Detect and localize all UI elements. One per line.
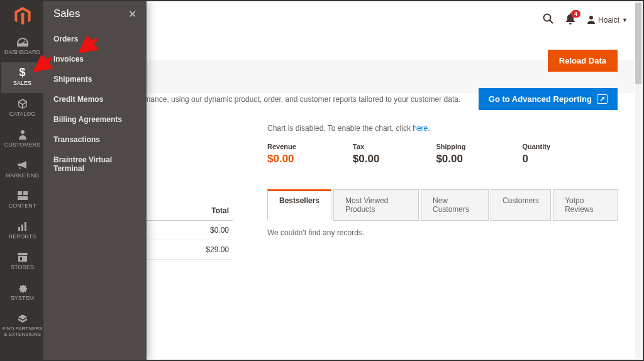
tab-new-customers[interactable]: New Customers bbox=[421, 189, 489, 221]
no-records-message: We couldn't find any records. bbox=[267, 228, 618, 237]
nav-label: MARKETING bbox=[6, 173, 40, 179]
svg-line-12 bbox=[35, 58, 52, 70]
tab-bestsellers[interactable]: Bestsellers bbox=[267, 189, 331, 221]
search-icon[interactable] bbox=[543, 13, 554, 28]
nav-label: REPORTS bbox=[9, 234, 36, 240]
nav-label: SALES bbox=[13, 81, 31, 87]
nav-catalog[interactable]: CATALOG bbox=[1, 93, 43, 124]
nav-content[interactable]: CONTENT bbox=[1, 185, 43, 216]
user-icon bbox=[587, 15, 596, 26]
nav-label: CUSTOMERS bbox=[4, 142, 40, 148]
magento-logo[interactable] bbox=[1, 1, 43, 31]
nav-system[interactable]: SYSTEM bbox=[1, 277, 43, 308]
svg-line-13 bbox=[80, 39, 97, 52]
metric-label: Shipping bbox=[436, 143, 465, 150]
tab-yotpo[interactable]: Yotpo Reviews bbox=[553, 189, 618, 221]
annotation-arrow-orders bbox=[75, 36, 101, 55]
submenu-billing-agreements[interactable]: Billing Agreements bbox=[43, 109, 147, 130]
cube-icon bbox=[16, 98, 29, 109]
svg-rect-3 bbox=[18, 191, 22, 195]
nav-label: SYSTEM bbox=[11, 296, 34, 302]
bars-icon bbox=[16, 221, 29, 232]
nav-customers[interactable]: CUSTOMERS bbox=[1, 124, 43, 155]
svg-line-1 bbox=[23, 41, 25, 43]
svg-point-9 bbox=[544, 14, 551, 21]
nav-label: CONTENT bbox=[9, 203, 36, 209]
blocks-icon bbox=[16, 190, 29, 201]
user-menu[interactable]: Hoaict ▼ bbox=[587, 15, 628, 26]
metric-value: 0 bbox=[522, 153, 550, 165]
enable-chart-link[interactable]: here bbox=[413, 124, 428, 133]
svg-rect-5 bbox=[18, 196, 28, 200]
chart-disabled-message: Chart is disabled. To enable the chart, … bbox=[267, 124, 618, 133]
metric-label: Quantity bbox=[522, 143, 550, 150]
submenu-shipments[interactable]: Shipments bbox=[43, 69, 147, 89]
nav-marketing[interactable]: MARKETING bbox=[1, 155, 43, 186]
chevron-down-icon: ▼ bbox=[622, 17, 628, 23]
partner-icon bbox=[16, 313, 29, 325]
notification-badge: 4 bbox=[571, 10, 580, 18]
metric-label: Revenue bbox=[267, 143, 296, 150]
metric-revenue: Revenue $0.00 bbox=[267, 143, 296, 165]
svg-point-11 bbox=[589, 16, 593, 19]
svg-rect-4 bbox=[23, 191, 28, 195]
nav-label: CATALOG bbox=[9, 111, 36, 118]
nav-reports[interactable]: REPORTS bbox=[1, 216, 43, 247]
reload-data-button[interactable]: Reload Data bbox=[548, 50, 618, 72]
external-link-icon: ↗ bbox=[597, 94, 608, 104]
submenu-braintree[interactable]: Braintree Virtual Terminal bbox=[43, 150, 147, 179]
dashboard-tabs: Bestsellers Most Viewed Products New Cus… bbox=[267, 189, 618, 221]
gear-icon bbox=[16, 282, 29, 294]
nav-label: STORES bbox=[11, 265, 34, 271]
close-icon[interactable]: ✕ bbox=[128, 8, 136, 20]
submenu-credit-memos[interactable]: Credit Memos bbox=[43, 89, 147, 109]
submenu-transactions[interactable]: Transactions bbox=[43, 130, 147, 150]
metric-value: $0.00 bbox=[353, 153, 380, 165]
svg-rect-7 bbox=[21, 225, 23, 231]
nav-find-partners[interactable]: FIND PARTNERS & EXTENSIONS bbox=[1, 308, 43, 344]
nav-stores[interactable]: STORES bbox=[1, 247, 43, 277]
svg-line-10 bbox=[550, 20, 553, 23]
metric-tax: Tax $0.00 bbox=[353, 143, 380, 165]
svg-rect-6 bbox=[18, 227, 20, 231]
person-icon bbox=[16, 129, 29, 140]
nav-label: FIND PARTNERS & EXTENSIONS bbox=[1, 326, 43, 338]
advanced-reporting-label: Go to Advanced Reporting bbox=[489, 94, 592, 104]
svg-point-2 bbox=[21, 130, 25, 134]
dollar-icon: $ bbox=[16, 67, 29, 79]
dashboard-icon bbox=[16, 36, 29, 48]
magento-logo-icon bbox=[14, 7, 31, 26]
stores-icon bbox=[16, 252, 29, 263]
metric-shipping: Shipping $0.00 bbox=[436, 143, 465, 165]
chart-msg-text: Chart is disabled. To enable the chart, … bbox=[267, 124, 413, 133]
metric-quantity: Quantity 0 bbox=[522, 143, 550, 165]
svg-rect-8 bbox=[25, 222, 26, 231]
scrollbar-thumb[interactable] bbox=[635, 3, 641, 84]
submenu-title: Sales bbox=[53, 8, 80, 20]
user-name: Hoaict bbox=[598, 16, 619, 25]
metric-value: $0.00 bbox=[267, 153, 296, 165]
tab-customers[interactable]: Customers bbox=[491, 189, 551, 221]
megaphone-icon bbox=[16, 160, 29, 171]
metric-value: $0.00 bbox=[436, 153, 465, 165]
annotation-arrow-sales bbox=[30, 55, 55, 74]
advanced-reporting-button[interactable]: Go to Advanced Reporting ↗ bbox=[479, 88, 618, 110]
metric-label: Tax bbox=[353, 143, 380, 150]
notifications-icon[interactable]: 4 bbox=[565, 13, 575, 28]
tab-most-viewed[interactable]: Most Viewed Products bbox=[333, 189, 419, 221]
metrics-row: Revenue $0.00 Tax $0.00 Shipping $0.00 Q… bbox=[267, 143, 618, 165]
